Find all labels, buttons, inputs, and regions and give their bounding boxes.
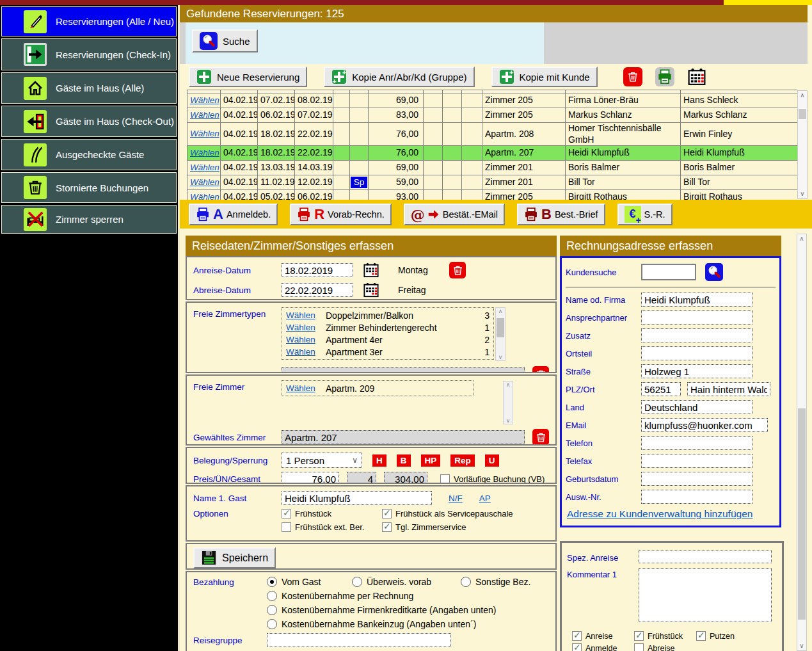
- nf-link[interactable]: N/F: [449, 494, 463, 503]
- pay-kreditkarte-radio[interactable]: [267, 605, 277, 615]
- clear-roomtype-icon[interactable]: [532, 366, 549, 373]
- calendar-view-button[interactable]: [687, 67, 706, 86]
- sidebar-item-zimmer-sperren[interactable]: Zimmer sperren: [1, 205, 177, 234]
- scroll-up-icon[interactable]: ∧: [498, 308, 503, 314]
- select-roomtype-link[interactable]: Wählen: [286, 335, 326, 344]
- calendar-icon[interactable]: [363, 262, 379, 278]
- plz-input[interactable]: [641, 382, 681, 396]
- strasse-input[interactable]: [641, 364, 752, 378]
- geburtsdatum-input[interactable]: [641, 472, 752, 486]
- kommentar-textarea[interactable]: [639, 568, 772, 622]
- scroll-down-icon[interactable]: ∨: [506, 417, 511, 424]
- select-roomtype-link[interactable]: Wählen: [286, 323, 326, 332]
- pay-sonstige-radio[interactable]: [461, 577, 471, 587]
- scrollbar-thumb[interactable]: [798, 408, 806, 620]
- print-list-button[interactable]: [655, 67, 674, 86]
- search-button[interactable]: Suche: [192, 29, 258, 52]
- select-row-link[interactable]: Wählen: [190, 163, 219, 173]
- scroll-down-icon[interactable]: ∨: [800, 189, 804, 198]
- sperr-button[interactable]: B: [397, 454, 411, 467]
- spez-anreise-input[interactable]: [639, 551, 772, 563]
- telefax-input[interactable]: [641, 454, 752, 468]
- pay-ueberweisung-radio[interactable]: [352, 577, 362, 587]
- bestaetigung-brief-button[interactable]: B Best.-Brief: [517, 204, 605, 225]
- ausweis-input[interactable]: [641, 490, 752, 504]
- sidebar-item-gaeste-im-haus-alle[interactable]: Gäste im Haus (Alle): [1, 72, 177, 104]
- select-row-link[interactable]: Wählen: [190, 95, 219, 106]
- ap-link[interactable]: AP: [479, 494, 491, 503]
- copy-with-customer-button[interactable]: + Kopie mit Kunde: [491, 67, 598, 87]
- kundensuche-input[interactable]: [641, 264, 696, 280]
- land-input[interactable]: [641, 400, 752, 414]
- name-firma-input[interactable]: [641, 293, 752, 307]
- sidebar-item-reservierungen-checkin[interactable]: Reservierungen (Check-In): [1, 38, 177, 70]
- zimmerservice-checkbox[interactable]: [382, 522, 392, 532]
- email-input[interactable]: [641, 418, 768, 432]
- fruehstueck-checkbox[interactable]: [282, 509, 291, 518]
- sperr-button[interactable]: H: [372, 454, 386, 467]
- select-roomtype-link[interactable]: Wählen: [286, 310, 326, 320]
- sammel-rechnung-button[interactable]: €+ S.-R.: [617, 204, 673, 225]
- roomtype-scrollbar[interactable]: ∧ ∨: [495, 307, 506, 361]
- sperr-button[interactable]: Rep: [450, 454, 475, 467]
- vorab-rechnung-button[interactable]: R Vorab-Rechn.: [290, 204, 392, 225]
- select-row-link[interactable]: Wählen: [190, 148, 219, 159]
- select-room-link[interactable]: Wählen: [286, 383, 326, 393]
- page-scrollbar[interactable]: ∧ ∨: [797, 234, 807, 651]
- room-scrollbar[interactable]: ∧ ∨: [503, 381, 513, 424]
- bestaetigung-email-button[interactable]: @ Bestät.-EMail: [404, 204, 505, 225]
- ansprechpartner-input[interactable]: [641, 310, 752, 325]
- anmeldeblatt-button[interactable]: A Anmeldeb.: [189, 204, 278, 225]
- service-pauschale-checkbox[interactable]: [382, 509, 392, 518]
- sidebar-item-reservierungen-alle-neu[interactable]: Reservierungen (Alle / Neu): [1, 6, 177, 36]
- copy-group-button[interactable]: ++ Kopie Anr/Abr/Kd (Gruppe): [324, 67, 474, 87]
- fruehstueck-ext-checkbox[interactable]: [282, 522, 291, 532]
- scroll-up-icon[interactable]: ∧: [506, 382, 511, 388]
- reisegruppe-input[interactable]: [267, 633, 451, 647]
- select-row-link[interactable]: Wählen: [190, 192, 219, 200]
- ortsteil-input[interactable]: [641, 346, 752, 360]
- calendar-icon[interactable]: [363, 282, 379, 298]
- sidebar-item-ausgecheckte-gaeste[interactable]: Ausgecheckte Gäste: [1, 139, 177, 170]
- vb-checkbox[interactable]: [440, 474, 450, 484]
- clear-room-icon[interactable]: [532, 429, 549, 446]
- kundensuche-search-icon[interactable]: [705, 263, 723, 281]
- preis-input[interactable]: [282, 472, 339, 484]
- gast-input[interactable]: [282, 491, 432, 505]
- anmelde-checkbox[interactable]: [572, 643, 582, 651]
- scrollbar-thumb[interactable]: [799, 109, 806, 119]
- scroll-up-icon[interactable]: ∧: [799, 234, 804, 243]
- select-roomtype-link[interactable]: Wählen: [286, 347, 326, 357]
- occupancy-select[interactable]: 1 Person ∨: [282, 453, 362, 468]
- new-reservation-button[interactable]: Neue Reservierung: [189, 67, 307, 87]
- select-row-link[interactable]: Wählen: [190, 129, 219, 140]
- pay-bankeinzug-radio[interactable]: [267, 619, 277, 629]
- telefon-input[interactable]: [641, 436, 752, 450]
- abreise-checkbox[interactable]: [634, 643, 644, 651]
- sperr-button[interactable]: U: [485, 454, 499, 467]
- scroll-up-icon[interactable]: ∧: [800, 91, 804, 100]
- fruehstueck-note-checkbox[interactable]: [634, 631, 644, 641]
- pay-vom-gast-radio[interactable]: [267, 577, 277, 587]
- abreise-input[interactable]: [282, 283, 353, 297]
- ort-input[interactable]: [687, 382, 770, 396]
- sperr-button[interactable]: HP: [421, 454, 441, 467]
- putzen-checkbox[interactable]: [696, 631, 706, 641]
- sidebar-item-gaeste-im-haus-checkout[interactable]: Gäste im Haus (Check-Out): [1, 106, 177, 137]
- select-row-link[interactable]: Wählen: [190, 177, 219, 188]
- table-scrollbar[interactable]: ∧ ∨: [797, 90, 808, 199]
- zusatz-input[interactable]: [641, 328, 752, 342]
- pay-rechnung-radio[interactable]: [267, 591, 277, 601]
- select-row-link[interactable]: Wählen: [190, 110, 219, 121]
- top-accent-bar: [0, 0, 812, 5]
- sidebar-item-stornierte-buchungen[interactable]: Stornierte Buchungen: [1, 172, 177, 203]
- clear-dates-icon[interactable]: [449, 262, 466, 278]
- scrollbar-thumb[interactable]: [497, 318, 504, 337]
- scroll-down-icon[interactable]: ∨: [799, 641, 804, 650]
- delete-reservation-button[interactable]: [623, 67, 642, 86]
- save-button[interactable]: Speichern: [193, 547, 276, 568]
- anreise-checkbox[interactable]: [572, 631, 582, 641]
- add-address-link[interactable]: Adresse zu Kundenverwaltung hinzufügen: [562, 506, 758, 522]
- scroll-down-icon[interactable]: ∨: [498, 354, 503, 360]
- anreise-input[interactable]: [282, 263, 353, 277]
